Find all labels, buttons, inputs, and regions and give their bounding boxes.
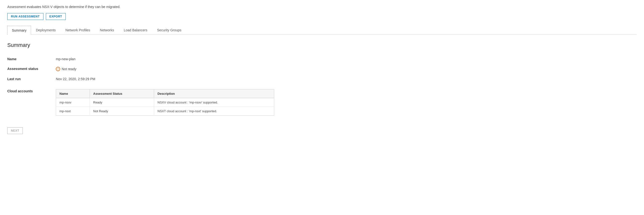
tab-summary[interactable]: Summary	[7, 26, 31, 35]
col-header-description: Description	[154, 89, 274, 98]
table-row: mp-nsxvReadyNSXV cloud account : 'mp-nsx…	[56, 98, 274, 107]
row-name: mp-nsxv	[56, 98, 90, 107]
tab-network-profiles[interactable]: Network Profiles	[61, 26, 95, 35]
tab-load-balancers[interactable]: Load Balancers	[119, 26, 152, 35]
warning-icon: !	[56, 67, 60, 71]
export-button[interactable]: EXPORT	[46, 13, 66, 20]
summary-title: Summary	[7, 42, 637, 48]
toolbar: RUN ASSESSMENT EXPORT	[7, 13, 637, 20]
table-header-row: Name Assessment Status Description	[56, 89, 274, 98]
row-name: mp-nsxt	[56, 107, 90, 116]
assessment-status-text: Not ready	[62, 67, 76, 71]
col-header-status: Assessment Status	[90, 89, 154, 98]
last-run-value: Nov 22, 2020, 2:59:29 PM	[56, 74, 637, 84]
assessment-status-label: Assessment status	[7, 64, 56, 74]
tab-networks[interactable]: Networks	[95, 26, 119, 35]
cloud-accounts-table: Name Assessment Status Description mp-ns…	[56, 89, 274, 116]
row-description: NSXT cloud account : 'mp-nsxt' supported…	[154, 107, 274, 116]
assessment-status-value: ! Not ready	[56, 64, 637, 74]
tab-deployments[interactable]: Deployments	[31, 26, 61, 35]
summary-section: Summary Name mp-new-plan Assessment stat…	[7, 42, 637, 118]
cloud-accounts-tbody: mp-nsxvReadyNSXV cloud account : 'mp-nsx…	[56, 98, 274, 116]
run-assessment-button[interactable]: RUN ASSESSMENT	[7, 13, 44, 20]
name-value: mp-new-plan	[56, 54, 637, 64]
next-button[interactable]: NEXT	[7, 127, 23, 134]
tab-bar: Summary Deployments Network Profiles Net…	[7, 26, 637, 35]
cloud-accounts-label: Cloud accounts	[7, 86, 56, 96]
cloud-accounts-content: Name Assessment Status Description mp-ns…	[56, 86, 637, 118]
row-assessment-status: Ready	[90, 98, 154, 107]
bottom-toolbar: NEXT	[7, 127, 637, 134]
col-header-name: Name	[56, 89, 90, 98]
row-description: NSXV cloud account : 'mp-nsxv' supported…	[154, 98, 274, 107]
table-row: mp-nsxtNot ReadyNSXT cloud account : 'mp…	[56, 107, 274, 116]
last-run-label: Last run	[7, 74, 56, 84]
tab-security-groups[interactable]: Security Groups	[152, 26, 186, 35]
row-assessment-status: Not Ready	[90, 107, 154, 116]
summary-info-grid: Name mp-new-plan Assessment status ! Not…	[7, 54, 637, 84]
cloud-accounts-section: Cloud accounts Name Assessment Status De…	[7, 86, 637, 118]
name-label: Name	[7, 54, 56, 64]
page-description: Assessment evaluates NSX-V objects to de…	[7, 5, 637, 9]
